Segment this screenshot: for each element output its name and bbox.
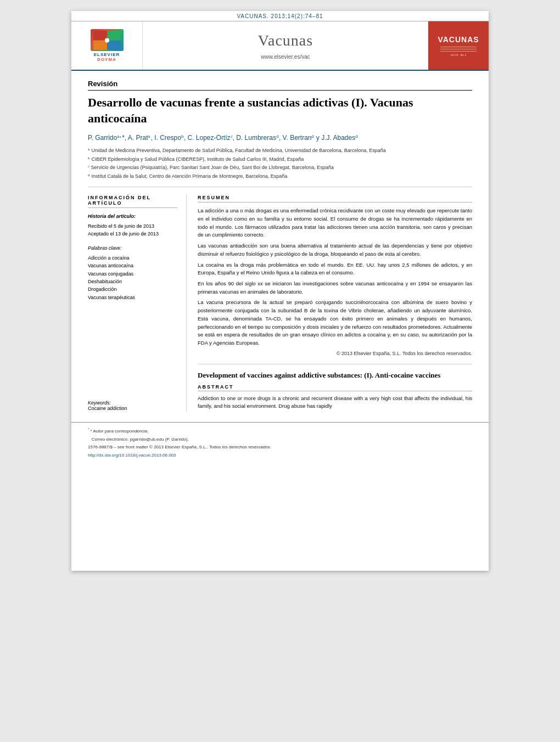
elsevier-graphic [91,29,124,51]
journal-bar: VACUNAS. 2013;14(2):74–81 [71,11,489,21]
affiliations: ᵃ Unidad de Medicina Preventiva, Departa… [88,147,472,187]
english-title: Development of vaccines against addictiv… [198,364,472,380]
article-type: Revisión [88,80,472,91]
svg-rect-3 [107,41,121,50]
history-title: Historia del artículo: [88,212,177,220]
abstract-label: ABSTRACT [198,384,472,391]
cover-text: Vol 14 · No 2 [438,53,479,57]
abstract-p1: La adicción a una o más drogas es una en… [198,207,472,239]
affiliation-d: ᵈ Institut Català de la Salut, Centro de… [88,173,472,181]
abstract-p4: En los años 90 del siglo xx se iniciaron… [198,280,472,296]
journal-title: Vacunas [258,32,313,49]
abstract-p5: La vacuna precursora de la actual se pre… [198,299,472,347]
keywords-en: Keywords: Cocaine addiction [88,400,177,411]
accepted-date: Aceptado el 13 de junio de 2013 [88,230,177,238]
abstract-p3: La cocaína es la droga más problemática … [198,261,472,277]
svg-point-4 [105,38,109,42]
article-content: Revisión Desarrollo de vacunas frente a … [71,71,489,422]
header-center: Vacunas www.elsevier.es/vac [143,21,428,70]
page: VACUNAS. 2013;14(2):74–81 ELSEVIER DOYMA [71,11,489,571]
svg-rect-2 [93,41,107,50]
keyword-6: Vacunas terapéuticas [88,294,177,301]
article-title: Desarrollo de vacunas frente a sustancia… [88,95,472,126]
english-abstract: Addiction to one or more drugs is a chro… [198,395,472,411]
affiliation-c: ᶜ Servicio de Urgencias (Psiquiatría), P… [88,164,472,172]
copyright: © 2013 Elsevier España, S.L. Todos los d… [198,351,472,356]
doyma-text: DOYMA [91,57,124,62]
keyword-en-1: Cocaine addiction [88,406,127,411]
svg-rect-0 [93,31,107,40]
keyword-4: Deshabituación [88,278,177,285]
keywords-title: Palabras clave: [88,244,177,252]
journal-cover: VACUNAS Vol 14 · No 2 [428,21,489,70]
two-col-section: INFORMACIÓN DEL ARTÍCULO Historia del ar… [88,195,472,411]
received-date: Recibido el 5 de junio de 2013 [88,222,177,230]
footer: * * Autor para correspondencia. Correo e… [71,422,489,464]
article-history: Historia del artículo: Recibido el 5 de … [88,212,177,238]
cover-title: VACUNAS [438,35,479,44]
elsevier-text: ELSEVIER [91,52,124,57]
right-column: RESUMEN La adicción a una o más drogas e… [198,195,472,411]
publisher-logo: ELSEVIER DOYMA [71,21,143,70]
resumen-header: RESUMEN [198,195,472,203]
keywords-en-label: Keywords: [88,400,111,406]
abstract-p2: Las vacunas antiadicción son una buena a… [198,242,472,258]
keywords-en-section: Keywords: Cocaine addiction [88,400,177,411]
footnote-doi[interactable]: http://dx.doi.org/10.1016/j.vacun.2013.0… [88,452,472,459]
keyword-2: Vacunas anticocaína [88,262,177,269]
affiliation-b: ᵇ CIBER Epidemiología y Salud Pública (C… [88,156,472,164]
footnote-issn: 1576-9887/$ – see front matter © 2013 El… [88,444,472,451]
keyword-1: Adicción a cocaína [88,254,177,262]
keyword-3: Vacunas conjugadas [88,270,177,278]
footnote-author: * * Autor para correspondencia. [88,427,472,435]
journal-citation: VACUNAS. 2013;14(2):74–81 [237,13,323,19]
authors: P. Garridoᵃ˒*, A. Pratᵃ, I. Crespoᵇ, C. … [88,134,472,142]
article-info-header: INFORMACIÓN DEL ARTÍCULO [88,195,177,208]
header: ELSEVIER DOYMA Vacunas www.elsevier.es/v… [71,21,489,71]
svg-rect-1 [107,31,121,40]
keyword-5: Drogadicción [88,285,177,293]
left-column: INFORMACIÓN DEL ARTÍCULO Historia del ar… [88,195,187,411]
journal-url: www.elsevier.es/vac [261,54,310,60]
abstract-text: La adicción a una o más drogas es una en… [198,207,472,347]
keywords-section: Palabras clave: Adicción a cocaína Vacun… [88,244,177,301]
affiliation-a: ᵃ Unidad de Medicina Preventiva, Departa… [88,147,472,155]
footnote-email: Correo electrónico: pgarrido@ub.edu (P. … [88,436,472,443]
